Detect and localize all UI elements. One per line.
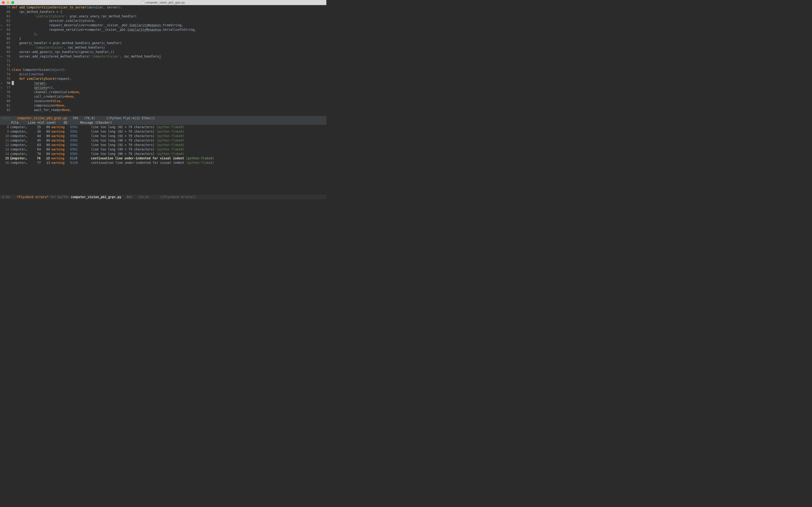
code-line[interactable]: 69 server.add_generic_rpc_handlers((gene… <box>0 50 326 54</box>
buffer-state: U:%%- <box>0 195 17 199</box>
flycheck-row[interactable]: 14computer… 7080warningE501 line too lon… <box>0 152 326 156</box>
code-line[interactable]: 59def add_ComputerVisionServicer_to_serv… <box>0 5 326 10</box>
code-line[interactable]: 71 <box>0 59 326 63</box>
code-text: options=(), <box>12 86 326 90</box>
code-text: rpc_method_handlers = { <box>12 10 326 14</box>
code-line[interactable]: 81 compression=None, <box>0 103 326 108</box>
col-file[interactable]: File <box>11 120 28 125</box>
window-title: computer_vision_pb2_grpc.py <box>146 0 185 5</box>
window-controls <box>2 1 14 4</box>
line-number: 61 <box>3 14 12 18</box>
flycheck-header[interactable]: File Line ▼ Col Level ID Message (Checke… <box>0 120 326 125</box>
cell-level: warning <box>51 161 70 165</box>
fringe-marker <box>0 14 3 18</box>
fringe-marker <box>0 59 3 63</box>
code-line[interactable]: 74 @staticmethod <box>0 72 326 76</box>
code-text: request_deserializer=computer__vision__p… <box>12 23 326 27</box>
col-line[interactable]: Line <box>28 120 37 125</box>
code-text <box>12 59 326 63</box>
cell-line: 64 <box>33 147 41 152</box>
cell-id: E501 <box>70 125 86 129</box>
cell-col: 13 <box>41 161 51 165</box>
cell-file: computer… <box>10 138 33 143</box>
code-line[interactable]: 80 insecure=False, <box>0 99 326 103</box>
code-line[interactable]: »77 options=(), <box>0 86 326 90</box>
cell-col: 80 <box>41 129 51 134</box>
cell-message: line too long (92 > 79 characters) (pyth… <box>86 143 185 147</box>
cell-message: line too long (80 > 79 characters) (pyth… <box>86 152 185 156</box>
flycheck-row[interactable]: 11computer… 4580warningE501 line too lon… <box>0 138 326 143</box>
code-line[interactable]: 73class ComputerVision(object): <box>0 68 326 72</box>
cell-checker: (python-flake8) <box>156 139 185 142</box>
code-line[interactable]: »70 server.add_registered_method_handler… <box>0 54 326 59</box>
cell-checker: (python-flake8) <box>186 161 214 165</box>
cell-message: continuation line under-indented for vis… <box>86 161 214 165</box>
code-line[interactable]: 72 <box>0 63 326 68</box>
cell-line: 26 <box>33 129 41 134</box>
scroll-percent: Bot <box>121 195 138 199</box>
cell-checker: (python-flake8) <box>156 143 185 147</box>
col-level[interactable]: Level <box>47 120 63 125</box>
flycheck-row[interactable]: 15computer… 7613warningE128 continuation… <box>0 156 326 161</box>
code-line[interactable]: 62 servicer.similarityScore, <box>0 18 326 23</box>
code-text: response_serializer=computer__vision__pb… <box>12 27 326 32</box>
flycheck-row[interactable]: 9computer… 2680warningE501 line too long… <box>0 129 326 134</box>
code-line[interactable]: 78 channel_credentials=None, <box>0 90 326 94</box>
code-line[interactable]: »64 response_serializer=computer__vision… <box>0 27 326 32</box>
code-text: server.add_generic_rpc_handlers((generic… <box>12 50 326 54</box>
line-number: 79 <box>3 94 12 99</box>
code-line[interactable]: 67 generic_handler = grpc.method_handler… <box>0 41 326 45</box>
code-text: wait_for_ready=None, <box>12 108 326 112</box>
line-number: 59 <box>3 5 12 10</box>
fringe <box>0 156 3 161</box>
code-line[interactable]: 60 rpc_method_handlers = { <box>0 10 326 14</box>
row-number: 8 <box>3 125 10 129</box>
code-line[interactable]: 66 } <box>0 36 326 41</box>
cell-file: computer… <box>10 152 33 156</box>
col-col[interactable]: Col <box>39 120 47 125</box>
flycheck-row[interactable]: 8computer… 2580warningE501 line too long… <box>0 125 326 129</box>
col-id[interactable]: ID <box>63 120 80 125</box>
target-buffer-name: computer_vision_pb2_grpc.py <box>71 195 121 199</box>
zoom-icon[interactable] <box>11 1 14 4</box>
code-text: call_credentials=None, <box>12 94 326 99</box>
cell-line: 25 <box>33 125 41 129</box>
flycheck-row[interactable]: 16computer… 7713warningE128 continuation… <box>0 161 326 165</box>
cell-col: 80 <box>41 147 51 152</box>
code-line[interactable]: 61 'similarityScore': grpc.unary_unary_r… <box>0 14 326 18</box>
fringe-marker <box>0 10 3 14</box>
code-line[interactable]: 65 ), <box>0 32 326 36</box>
code-line[interactable]: 75 def similarityScore(request, <box>0 76 326 81</box>
document-icon <box>142 1 144 4</box>
fringe-marker: » <box>0 86 3 90</box>
line-number: 63 <box>3 23 12 27</box>
row-number: 10 <box>3 134 10 138</box>
code-line[interactable]: »63 request_deserializer=computer__visio… <box>0 23 326 27</box>
cell-checker: (python-flake8) <box>156 134 185 138</box>
code-text: channel_credentials=None, <box>12 90 326 94</box>
fringe-marker <box>0 76 3 81</box>
line-number: 60 <box>3 10 12 14</box>
cell-checker: (python-flake8) <box>156 125 185 129</box>
flycheck-row[interactable]: 10computer… 4480warningE501 line too lon… <box>0 134 326 138</box>
cell-id: E128 <box>70 161 86 165</box>
modeline-top[interactable]: -:--- computer_vision_pb2_grpc.py 59% (7… <box>0 116 326 120</box>
code-line[interactable]: 82 wait_for_ready=None, <box>0 108 326 112</box>
flycheck-row[interactable]: 12computer… 6380warningE501 line too lon… <box>0 143 326 147</box>
modeline-bottom[interactable]: U:%%- *Flycheck errors* for buffer compu… <box>0 195 326 199</box>
flycheck-error-list[interactable]: 8computer… 2580warningE501 line too long… <box>0 125 326 195</box>
code-line[interactable]: 68 'ComputerVision', rpc_method_handlers… <box>0 45 326 50</box>
fringe-marker: » <box>0 54 3 59</box>
col-message[interactable]: Message (Checker) <box>80 120 112 125</box>
cell-line: 77 <box>33 161 41 165</box>
cell-line: 44 <box>33 134 41 138</box>
code-editor[interactable]: 59def add_ComputerVisionServicer_to_serv… <box>0 5 326 116</box>
cell-checker: (python-flake8) <box>156 152 185 156</box>
buffer-name: computer_vision_pb2_grpc.py <box>17 116 67 120</box>
flycheck-row[interactable]: 13computer… 6480warningE501 line too lon… <box>0 147 326 152</box>
fringe-marker <box>0 108 3 112</box>
minimize-icon[interactable] <box>7 1 9 4</box>
close-icon[interactable] <box>2 1 5 4</box>
code-line[interactable]: »76 target, <box>0 81 326 86</box>
code-line[interactable]: 79 call_credentials=None, <box>0 94 326 99</box>
